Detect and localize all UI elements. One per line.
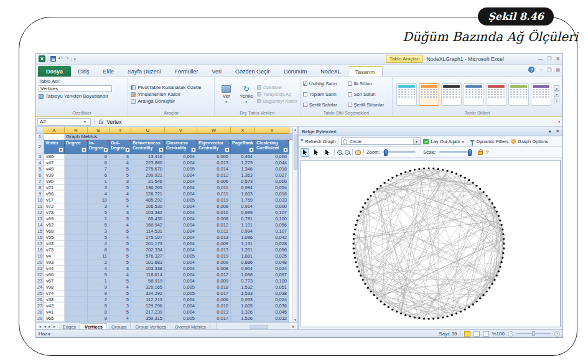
grid-cell[interactable]: [65, 216, 88, 222]
grid-cell[interactable]: 5: [88, 222, 110, 228]
grid-cell[interactable]: 4: [110, 203, 131, 210]
maximize-icon[interactable]: ❐: [547, 56, 551, 62]
grid-cell[interactable]: 0,056: [255, 222, 289, 228]
grid-cell[interactable]: 0,056: [255, 247, 289, 253]
vertex-cell[interactable]: v55: [44, 235, 65, 241]
row-header[interactable]: 25: [36, 291, 44, 297]
row-header[interactable]: 3: [36, 154, 44, 160]
vertex-cell[interactable]: v21: [44, 185, 65, 191]
graph-vertex[interactable]: [404, 171, 406, 173]
grid-cell[interactable]: 0,009: [197, 259, 231, 266]
grid-cell[interactable]: 0,004: [165, 278, 197, 284]
grid-cell[interactable]: 0: [88, 154, 110, 160]
graph-vertex[interactable]: [491, 202, 493, 204]
graph-vertex[interactable]: [396, 174, 398, 176]
grid-cell[interactable]: 0,004: [165, 160, 197, 166]
grid-cell[interactable]: 4: [110, 160, 131, 166]
row-header[interactable]: 15: [36, 228, 44, 235]
ribbon-tab-veri[interactable]: Veri: [205, 66, 229, 77]
filter-icon[interactable]: ▾: [249, 147, 254, 152]
grid-cell[interactable]: [65, 172, 88, 179]
grid-cell[interactable]: 0,028: [255, 241, 289, 247]
export-button[interactable]: Ver ▾: [217, 78, 236, 110]
graph-vertex[interactable]: [360, 274, 362, 276]
graph-vertex[interactable]: [358, 270, 360, 272]
vertex-cell[interactable]: v90: [44, 179, 65, 185]
grid-cell[interactable]: [65, 235, 88, 241]
graph-vertex[interactable]: [460, 310, 462, 312]
graph-vertex[interactable]: [367, 198, 369, 200]
grid-cell[interactable]: 114,531: [131, 228, 165, 235]
row-header[interactable]: 20: [36, 259, 44, 266]
grid-cell[interactable]: 5: [110, 216, 131, 222]
style-option-5[interactable]: Şeritli Sütunlar: [348, 100, 390, 110]
grid-cell[interactable]: 0,773: [231, 278, 255, 284]
graph-vertex[interactable]: [423, 167, 425, 169]
grid-cell[interactable]: [65, 185, 88, 191]
graph-vertex[interactable]: [364, 202, 366, 204]
ribbon-tab-active[interactable]: Tasarım: [348, 66, 383, 77]
grid-cell[interactable]: 485,292: [131, 197, 165, 203]
grid-cell[interactable]: 103,382: [131, 210, 165, 216]
vertex-cell[interactable]: v39: [44, 172, 65, 179]
save-icon[interactable]: [50, 56, 56, 62]
dynamic-filters-button[interactable]: Dynamic Filters: [470, 139, 509, 144]
last-sheet-icon[interactable]: ►: [53, 325, 57, 329]
vertex-cell[interactable]: v69: [44, 216, 65, 222]
grid-cell[interactable]: 0,904: [231, 266, 255, 272]
help-icon[interactable]: ?: [528, 67, 534, 73]
grid-cell[interactable]: [65, 203, 88, 210]
grid-cell[interactable]: 5: [110, 166, 131, 172]
style-option-3[interactable]: İlk Sütun: [348, 78, 390, 89]
vertex-cell[interactable]: v65: [44, 315, 65, 322]
network-graph[interactable]: [301, 161, 560, 327]
remove-from-selection-button[interactable]: [323, 148, 332, 157]
grid-cell[interactable]: 58,919: [131, 278, 165, 284]
row-header[interactable]: 11: [36, 203, 44, 210]
scrollbar-thumb[interactable]: [294, 134, 297, 170]
grid-cell[interactable]: 1,759: [231, 197, 255, 203]
refresh-button[interactable]: ↻ Yenile ▾: [237, 78, 256, 110]
zoom-slider[interactable]: [382, 151, 416, 153]
grid-cell[interactable]: [65, 247, 88, 253]
graph-vertex[interactable]: [388, 179, 390, 181]
gallery-down-icon[interactable]: ▼: [554, 91, 559, 97]
column-header-W[interactable]: W: [197, 127, 231, 134]
ribbon-tab-ekle[interactable]: Ekle: [96, 66, 121, 77]
column-header-X[interactable]: X: [231, 127, 255, 134]
row-header[interactable]: 23: [36, 278, 44, 284]
row-header[interactable]: 10: [36, 197, 44, 203]
ribbon-tab-görünüm[interactable]: Görünüm: [277, 66, 314, 77]
row-header[interactable]: 26: [36, 297, 44, 303]
scale-slider-thumb[interactable]: [468, 149, 472, 156]
page-layout-view-icon[interactable]: [474, 331, 480, 337]
style-option-4[interactable]: Son Sütun: [348, 89, 390, 100]
row-header[interactable]: 19: [36, 253, 44, 259]
graph-vertex[interactable]: [502, 252, 504, 254]
table-column-header[interactable]: PageRank▾: [231, 140, 255, 154]
grid-cell[interactable]: 1,201: [231, 247, 255, 253]
hscrollbar-thumb[interactable]: [250, 325, 268, 329]
graph-vertex[interactable]: [353, 238, 355, 240]
resize-table-button[interactable]: Tabloyu Yeniden Boyutlandır: [39, 93, 125, 99]
graph-options-button[interactable]: Graph Options: [511, 139, 548, 144]
vertex-cell[interactable]: v42: [44, 303, 65, 309]
grid-cell[interactable]: 0,025: [255, 253, 289, 259]
grid-cell[interactable]: [65, 191, 88, 197]
grid-cell[interactable]: 129,296: [131, 303, 165, 309]
gallery-more-icon[interactable]: ⊽: [554, 98, 559, 103]
grid-cell[interactable]: 101,683: [131, 259, 165, 266]
graph-vertex[interactable]: [380, 185, 381, 187]
filter-icon[interactable]: ▾: [283, 147, 288, 152]
grid-cell[interactable]: 3: [88, 228, 110, 235]
grid-cell[interactable]: 0,004: [165, 154, 197, 160]
graph-vertex[interactable]: [496, 210, 498, 212]
grid-cell[interactable]: 103,338: [131, 266, 165, 272]
grid-cell[interactable]: [65, 228, 88, 235]
table-style-swatch[interactable]: [396, 83, 417, 106]
column-header-S[interactable]: S: [88, 127, 110, 134]
graph-vertex[interactable]: [498, 215, 500, 217]
graph-vertex[interactable]: [499, 266, 501, 268]
grid-cell[interactable]: 5: [110, 197, 131, 203]
grid-cell[interactable]: 0,012: [197, 272, 231, 278]
